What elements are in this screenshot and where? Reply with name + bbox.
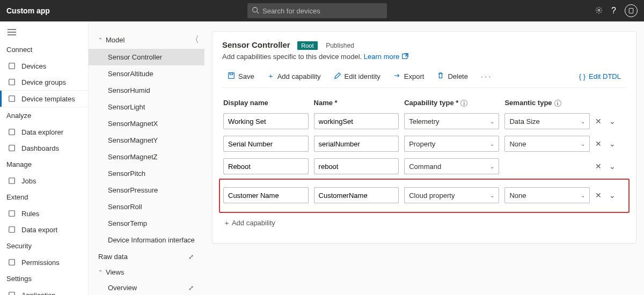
sidebar-item[interactable]: Data explorer — [0, 124, 88, 140]
remove-icon[interactable]: ✕ — [595, 117, 602, 126]
delete-button[interactable]: Delete — [431, 70, 473, 83]
display-name-input[interactable] — [223, 158, 309, 174]
tree-item[interactable]: SensorMagnetX — [89, 115, 204, 132]
expand-row-icon[interactable]: ⌄ — [609, 162, 616, 171]
sidebar-item[interactable]: Device groups — [0, 74, 88, 90]
hamburger-icon[interactable] — [0, 27, 88, 41]
add-capability-button[interactable]: ＋Add capability — [262, 69, 326, 83]
jobs-icon — [8, 176, 16, 185]
sidebar-item[interactable]: Permissions — [0, 254, 88, 270]
sidebar-item[interactable]: Device templates — [0, 90, 89, 107]
tree-item[interactable]: SensorMagnetY — [89, 132, 204, 149]
search-input[interactable] — [247, 3, 387, 18]
tree-item[interactable]: Sensor Controller — [89, 49, 204, 65]
tree-item[interactable]: SensorTemp — [89, 215, 204, 232]
name-input[interactable] — [314, 113, 399, 129]
expand-row-icon[interactable]: ⌄ — [609, 117, 616, 126]
info-icon[interactable]: i — [460, 100, 467, 107]
expand-icon[interactable]: ⤢ — [188, 253, 194, 261]
semantic-type-select[interactable]: None⌄ — [504, 187, 590, 203]
svg-rect-19 — [230, 72, 232, 75]
name-input[interactable] — [314, 136, 399, 152]
sidebar: ConnectDevicesDevice groupsDevice templa… — [0, 21, 89, 295]
svg-rect-17 — [402, 54, 407, 59]
tree-item[interactable]: SensorLight — [89, 99, 204, 115]
feedback-icon[interactable] — [625, 4, 638, 17]
sidebar-item[interactable]: Application — [0, 287, 88, 295]
tree-item[interactable]: SensorRoll — [89, 198, 204, 215]
tree-item[interactable]: Device Information interface — [89, 232, 204, 248]
edit-dtdl-button[interactable]: { } Edit DTDL — [574, 70, 626, 83]
capability-row: Property⌄None⌄✕⌄ — [222, 132, 626, 155]
display-name-input[interactable] — [223, 136, 309, 152]
settings-icon[interactable] — [595, 6, 603, 16]
sidebar-section: Extend — [0, 189, 88, 205]
expand-icon[interactable]: ⤢ — [188, 284, 194, 292]
sidebar-item[interactable]: Dashboards — [0, 140, 88, 156]
col-semantic-type: Semantic typei — [504, 99, 590, 107]
learn-more-link[interactable]: Learn more — [364, 53, 409, 61]
tree-item[interactable]: SensorPressure — [89, 182, 204, 198]
collapse-icon[interactable]: 〈 — [191, 34, 199, 46]
svg-rect-12 — [9, 178, 15, 184]
sidebar-item-label: Data export — [21, 226, 57, 234]
tree-item[interactable]: SensorAltitude — [89, 65, 204, 82]
semantic-type-select[interactable]: Data Size⌄ — [504, 113, 590, 129]
name-input[interactable] — [314, 187, 399, 203]
pencil-icon — [334, 72, 341, 81]
raw-data-item[interactable]: Raw data ⤢ — [89, 248, 204, 265]
sidebar-item[interactable]: Data export — [0, 222, 88, 238]
add-capability-footer[interactable]: ＋ Add capability — [222, 214, 626, 232]
remove-icon[interactable]: ✕ — [595, 162, 602, 171]
card-header: Sensor Controller Root Published — [222, 40, 626, 49]
permissions-icon — [8, 258, 16, 267]
export-button[interactable]: Export — [388, 70, 430, 83]
chevron-down-icon: ⌄ — [490, 141, 494, 147]
info-icon[interactable]: i — [554, 100, 561, 107]
edit-identity-button[interactable]: Edit identity — [328, 70, 386, 83]
sidebar-section: Manage — [0, 156, 88, 173]
remove-icon[interactable]: ✕ — [595, 191, 602, 200]
expand-row-icon[interactable]: ⌄ — [609, 191, 616, 200]
capability-type-select[interactable]: Command⌄ — [404, 158, 499, 174]
sidebar-item[interactable]: Devices — [0, 58, 88, 74]
remove-icon[interactable]: ✕ — [595, 139, 602, 148]
sidebar-item-label: Rules — [21, 210, 39, 218]
sidebar-item[interactable]: Rules — [0, 205, 88, 222]
display-name-input[interactable] — [223, 113, 309, 129]
tree-item[interactable]: SensorPitch — [89, 165, 204, 182]
svg-rect-13 — [9, 211, 15, 217]
capability-type-select[interactable]: Cloud property⌄ — [404, 187, 499, 203]
dashboard-icon — [8, 144, 16, 152]
more-button[interactable]: · · · — [475, 70, 496, 83]
svg-rect-10 — [9, 129, 15, 135]
model-header[interactable]: ⌃ Model 〈 — [89, 31, 204, 49]
tree-item[interactable]: SensorMagnetZ — [89, 149, 204, 165]
capability-type-select[interactable]: Telemetry⌄ — [404, 113, 499, 129]
sidebar-item-label: Application — [21, 291, 56, 296]
svg-rect-11 — [9, 145, 15, 151]
application-icon — [8, 291, 16, 295]
chevron-down-icon: ⌄ — [490, 119, 494, 124]
views-header[interactable]: ⌃ Views — [89, 265, 204, 279]
layout: ConnectDevicesDevice groupsDevice templa… — [0, 21, 644, 295]
sidebar-item[interactable]: Jobs — [0, 173, 88, 189]
model-tree-panel: ⌃ Model 〈 Sensor ControllerSensorAltitud… — [89, 21, 207, 295]
svg-rect-9 — [9, 96, 15, 102]
export-icon — [393, 72, 401, 81]
subtitle: Add capabilities specific to this device… — [222, 53, 626, 61]
display-name-input[interactable] — [223, 187, 309, 203]
expand-row-icon[interactable]: ⌄ — [609, 139, 616, 148]
tree-item[interactable]: SensorHumid — [89, 82, 204, 99]
name-input[interactable] — [314, 158, 399, 174]
save-icon — [228, 72, 235, 81]
help-icon[interactable]: ? — [611, 6, 616, 16]
semantic-type-select[interactable]: None⌄ — [504, 136, 590, 152]
capability-type-select[interactable]: Property⌄ — [404, 136, 499, 152]
topbar-actions: ? — [595, 4, 638, 17]
sidebar-item-label: Jobs — [21, 177, 36, 185]
sidebar-item-label: Device templates — [21, 95, 75, 103]
overview-item[interactable]: Overview ⤢ — [89, 279, 204, 295]
save-button[interactable]: Save — [222, 70, 260, 83]
sidebar-section: Security — [0, 238, 88, 254]
